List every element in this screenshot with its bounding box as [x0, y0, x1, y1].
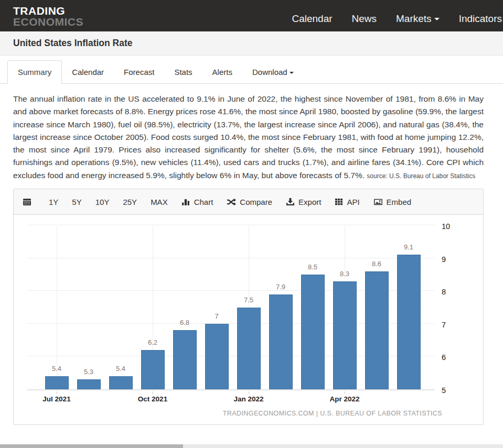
range-max-button[interactable]: MAX — [151, 198, 168, 206]
bar-value-label: 5.4 — [116, 365, 125, 373]
inflation-bar-dec-2021[interactable] — [205, 324, 229, 389]
y-axis-tick-label: 7 — [442, 321, 446, 329]
chart-area: 5.45.35.46.26.877.57.98.58.38.69.1 56789… — [14, 215, 483, 424]
inflation-bar-jun-2022[interactable] — [397, 255, 421, 389]
download-icon — [286, 198, 295, 206]
bar-value-label: 8.5 — [308, 263, 317, 271]
nav-item-news[interactable]: News — [352, 13, 377, 25]
compare-button[interactable]: Compare — [227, 198, 272, 206]
inflation-bar-apr-2022[interactable] — [333, 281, 357, 390]
inflation-bar-sep-2021[interactable] — [109, 376, 133, 389]
inflation-bar-jan-2022[interactable] — [237, 308, 261, 390]
chevron-down-icon — [434, 18, 440, 20]
embed-button[interactable]: Embed — [373, 198, 412, 206]
chart-toolbar: 1Y 5Y 10Y 25Y MAX Chart Compare Expo — [14, 189, 483, 215]
y-axis-tick-label: 5 — [442, 386, 446, 395]
y-axis-tick-label: 6 — [442, 353, 446, 362]
embed-button-label: Embed — [387, 198, 412, 206]
bar-value-label: 7.5 — [244, 296, 253, 304]
range-1y-button[interactable]: 1Y — [49, 198, 58, 206]
y-axis-tick-label: 9 — [442, 255, 446, 264]
summary-paragraph: The annual inflation rate in the US acce… — [13, 93, 484, 182]
brand-line2: ECONOMICS — [13, 16, 83, 27]
title-band: United States Inflation Rate — [0, 31, 503, 56]
range-25y-button[interactable]: 25Y — [123, 198, 137, 206]
tab-summary[interactable]: Summary — [7, 60, 62, 84]
bar-value-label: 8.6 — [372, 260, 381, 268]
trading-economics-logo[interactable]: TRADING ECONOMICS — [13, 0, 83, 31]
horizontal-scrollbar[interactable] — [0, 444, 503, 448]
bar-value-label: 6.2 — [148, 338, 157, 346]
source-value: U.S. Bureau of Labor Statistics — [389, 172, 475, 180]
nav-links: Calendar News Markets Indicators — [272, 0, 503, 31]
horizontal-gridline — [27, 225, 435, 225]
source-label: source: — [367, 172, 387, 180]
bar-value-label: 5.3 — [84, 368, 93, 376]
inflation-bar-may-2022[interactable] — [365, 271, 389, 389]
horizontal-gridline — [27, 258, 435, 258]
horizontal-scrollbar-thumb[interactable] — [0, 444, 183, 448]
x-axis-tick-label: Oct 2021 — [138, 395, 167, 403]
chart-card: 1Y 5Y 10Y 25Y MAX Chart Compare Expo — [13, 189, 484, 425]
tab-bar: Summary Calendar Forecast Stats Alerts D… — [0, 56, 503, 84]
export-button[interactable]: Export — [286, 198, 321, 206]
calendar-icon — [23, 198, 31, 206]
x-axis-tick-label: Jan 2022 — [233, 395, 263, 403]
chevron-down-icon — [290, 72, 294, 74]
bar-value-label: 8.3 — [340, 270, 349, 278]
compare-button-label: Compare — [240, 198, 272, 206]
tab-forecast[interactable]: Forecast — [114, 61, 164, 83]
nav-item-markets[interactable]: Markets — [396, 13, 440, 25]
inflation-bar-oct-2021[interactable] — [141, 350, 165, 389]
image-icon — [373, 198, 383, 206]
tab-alerts[interactable]: Alerts — [202, 61, 242, 83]
tab-calendar[interactable]: Calendar — [62, 61, 114, 83]
range-10y-button[interactable]: 10Y — [95, 198, 110, 206]
top-nav: TRADING ECONOMICS Calendar News Markets … — [0, 0, 503, 31]
inflation-bar-aug-2021[interactable] — [77, 379, 101, 389]
summary-text: The annual inflation rate in the US acce… — [13, 94, 484, 180]
api-button[interactable]: API — [335, 198, 359, 206]
x-axis-tick — [57, 391, 57, 394]
bar-value-label: 6.8 — [180, 319, 189, 326]
api-button-label: API — [347, 198, 359, 206]
x-axis-tick — [345, 391, 345, 394]
y-axis-tick-label: 10 — [442, 222, 450, 231]
range-5y-button[interactable]: 5Y — [72, 198, 81, 206]
shuffle-icon — [227, 198, 236, 206]
bar-chart-icon — [181, 198, 190, 206]
tab-stats[interactable]: Stats — [164, 61, 202, 83]
brand-line1: TRADING — [13, 5, 83, 16]
inflation-bar-feb-2022[interactable] — [269, 294, 293, 390]
bar-value-label: 5.4 — [52, 365, 61, 373]
nav-item-indicators[interactable]: Indicators — [459, 13, 502, 25]
bar-value-label: 7 — [215, 312, 218, 320]
source-note: source: U.S. Bureau of Labor Statistics — [367, 172, 475, 180]
page-title: United States Inflation Rate — [13, 38, 133, 49]
inflation-bar-jul-2021[interactable] — [45, 376, 69, 389]
nav-item-calendar[interactable]: Calendar — [292, 13, 332, 25]
chart-type-button[interactable]: Chart — [181, 198, 213, 206]
export-button-label: Export — [298, 198, 321, 206]
bar-value-label: 9.1 — [404, 243, 413, 251]
chart-attribution: TRADINGECONOMICS.COM | U.S. BUREAU OF LA… — [223, 410, 442, 417]
y-axis-tick-label: 8 — [442, 288, 446, 296]
chart-button-label: Chart — [194, 198, 213, 206]
plot-area: 5.45.35.46.26.877.57.98.58.38.69.1 — [27, 226, 435, 390]
date-range-calendar-button[interactable] — [23, 198, 35, 206]
tab-download-label: Download — [252, 68, 287, 77]
x-axis-tick — [249, 391, 249, 394]
nav-item-markets-label: Markets — [396, 13, 432, 24]
inflation-bar-nov-2021[interactable] — [173, 330, 197, 389]
bar-value-label: 7.9 — [276, 283, 285, 291]
x-axis-tick — [153, 391, 153, 394]
x-axis-tick-label: Apr 2022 — [329, 395, 359, 403]
x-axis-tick-label: Jul 2021 — [42, 395, 70, 403]
grid-icon — [335, 198, 343, 206]
tab-download[interactable]: Download — [242, 61, 304, 83]
inflation-bar-mar-2022[interactable] — [301, 275, 325, 389]
